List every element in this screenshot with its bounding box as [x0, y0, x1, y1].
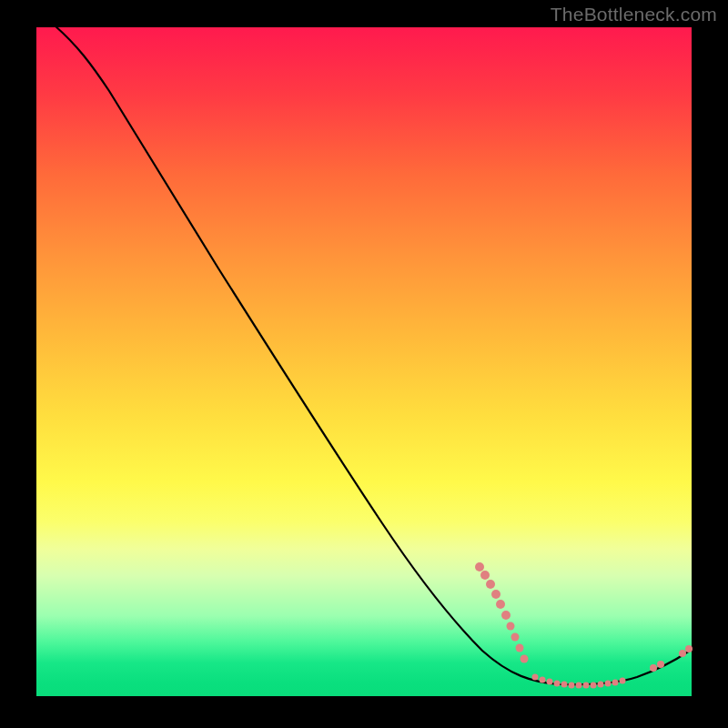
plot-area: [36, 27, 692, 696]
data-dot: [475, 562, 484, 571]
data-dot: [685, 645, 693, 652]
watermark-text: TheBottleneck.com: [551, 4, 717, 25]
data-dot: [547, 679, 553, 685]
data-dot: [679, 650, 686, 657]
data-dot: [591, 682, 597, 689]
data-dot: [583, 682, 590, 689]
data-dot: [511, 633, 520, 642]
data-dot: [569, 682, 575, 689]
data-dot: [521, 655, 529, 663]
data-dot: [561, 682, 568, 688]
curve-layer: [36, 27, 692, 696]
data-dot: [507, 622, 515, 631]
data-dot: [486, 580, 495, 589]
chart-frame: TheBottleneck.com: [0, 0, 728, 728]
data-dot: [650, 664, 657, 672]
data-dot: [501, 611, 511, 620]
data-dot: [491, 590, 500, 599]
data-dot: [480, 571, 490, 580]
data-dot: [605, 681, 612, 687]
data-dot: [598, 682, 604, 688]
data-dot: [620, 678, 626, 684]
data-dot: [496, 600, 505, 609]
bottleneck-curve: [55, 25, 690, 684]
data-dot: [554, 681, 561, 687]
data-dot: [540, 677, 546, 683]
data-dot: [612, 680, 619, 686]
data-dot: [532, 674, 539, 681]
data-dot: [657, 661, 664, 668]
data-dot: [516, 644, 524, 652]
data-dot: [576, 682, 582, 689]
